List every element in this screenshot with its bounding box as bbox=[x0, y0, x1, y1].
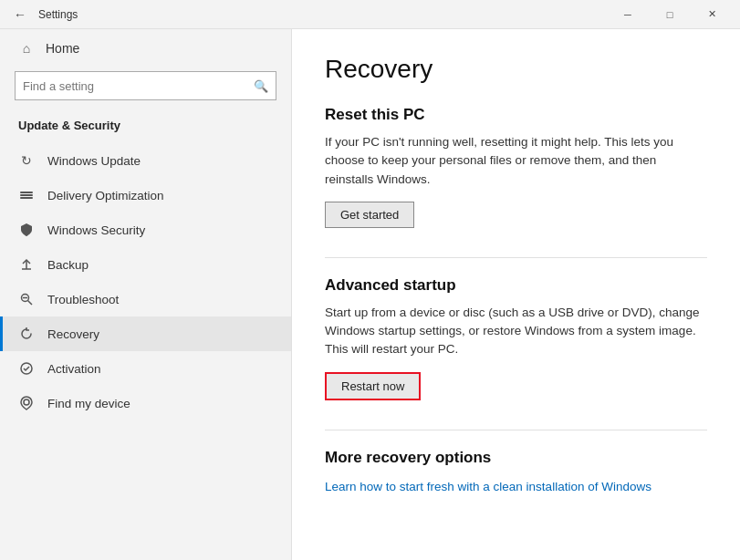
back-icon: ← bbox=[14, 7, 26, 22]
sidebar-item-windows-security[interactable]: Windows Security bbox=[0, 213, 291, 247]
sidebar-item-find-my-device[interactable]: Find my device bbox=[0, 386, 291, 420]
more-recovery-section: More recovery options Learn how to start… bbox=[325, 449, 707, 494]
sidebar-item-delivery-optimization[interactable]: Delivery Optimization bbox=[0, 178, 291, 213]
windows-security-icon bbox=[18, 222, 35, 238]
content-area: Recovery Reset this PC If your PC isn't … bbox=[292, 29, 740, 560]
svg-rect-2 bbox=[20, 197, 33, 199]
sidebar: ⌂ Home 🔍 Update & Security ↻ Windows Upd… bbox=[0, 29, 292, 560]
section-divider-1 bbox=[325, 257, 707, 258]
page-title: Recovery bbox=[325, 55, 707, 84]
reset-section-description: If your PC isn't running well, resetting… bbox=[325, 133, 707, 189]
find-my-device-icon bbox=[18, 395, 35, 411]
maximize-icon: □ bbox=[667, 9, 673, 20]
main-layout: ⌂ Home 🔍 Update & Security ↻ Windows Upd… bbox=[0, 29, 740, 560]
search-box[interactable]: 🔍 bbox=[15, 71, 276, 100]
close-icon: ✕ bbox=[708, 8, 716, 20]
activation-icon bbox=[18, 360, 35, 377]
window-controls: ─ □ ✕ bbox=[607, 0, 733, 29]
sidebar-item-windows-update[interactable]: ↻ Windows Update bbox=[0, 143, 291, 178]
troubleshoot-icon bbox=[18, 291, 35, 307]
app-title: Settings bbox=[33, 8, 607, 21]
sidebar-item-troubleshoot[interactable]: Troubleshoot bbox=[0, 282, 291, 316]
search-icon: 🔍 bbox=[246, 79, 276, 93]
reset-section-title: Reset this PC bbox=[325, 106, 707, 124]
sidebar-item-activation[interactable]: Activation bbox=[0, 351, 291, 386]
home-label: Home bbox=[46, 41, 79, 56]
sidebar-item-backup[interactable]: Backup bbox=[0, 247, 291, 282]
sidebar-item-label: Troubleshoot bbox=[47, 293, 119, 306]
close-button[interactable]: ✕ bbox=[691, 0, 733, 29]
back-button[interactable]: ← bbox=[7, 2, 33, 27]
backup-icon bbox=[18, 256, 35, 273]
advanced-startup-description: Start up from a device or disc (such as … bbox=[325, 304, 707, 359]
sidebar-item-label: Delivery Optimization bbox=[47, 189, 164, 202]
minimize-button[interactable]: ─ bbox=[607, 0, 649, 29]
svg-rect-1 bbox=[20, 194, 33, 196]
section-divider-2 bbox=[325, 430, 707, 430]
svg-line-6 bbox=[28, 301, 33, 306]
search-input[interactable] bbox=[16, 79, 246, 93]
sidebar-home[interactable]: ⌂ Home bbox=[0, 29, 291, 67]
sidebar-item-label: Activation bbox=[47, 362, 101, 376]
advanced-startup-section: Advanced startup Start up from a device … bbox=[325, 276, 707, 426]
advanced-startup-title: Advanced startup bbox=[325, 276, 707, 295]
svg-rect-0 bbox=[20, 192, 33, 193]
restart-now-button[interactable]: Restart now bbox=[325, 372, 421, 400]
home-icon: ⌂ bbox=[18, 40, 35, 57]
minimize-icon: ─ bbox=[624, 9, 631, 20]
delivery-optimization-icon bbox=[18, 187, 35, 203]
reset-section: Reset this PC If your PC isn't running w… bbox=[325, 106, 707, 254]
windows-update-icon: ↻ bbox=[18, 152, 35, 169]
sidebar-item-label: Backup bbox=[47, 258, 89, 272]
sidebar-item-label: Find my device bbox=[47, 397, 130, 410]
section-title: Update & Security bbox=[0, 111, 291, 143]
maximize-button[interactable]: □ bbox=[649, 0, 691, 29]
sidebar-item-label: Windows Security bbox=[47, 223, 145, 237]
sidebar-item-recovery[interactable]: Recovery bbox=[0, 316, 291, 351]
sidebar-item-label: Recovery bbox=[47, 327, 99, 341]
recovery-icon bbox=[18, 326, 35, 342]
svg-point-9 bbox=[24, 399, 29, 405]
clean-install-link[interactable]: Learn how to start fresh with a clean in… bbox=[325, 480, 651, 493]
sidebar-item-label: Windows Update bbox=[47, 154, 141, 168]
more-recovery-title: More recovery options bbox=[325, 449, 707, 467]
get-started-button[interactable]: Get started bbox=[325, 202, 414, 228]
title-bar: ← Settings ─ □ ✕ bbox=[0, 0, 740, 29]
